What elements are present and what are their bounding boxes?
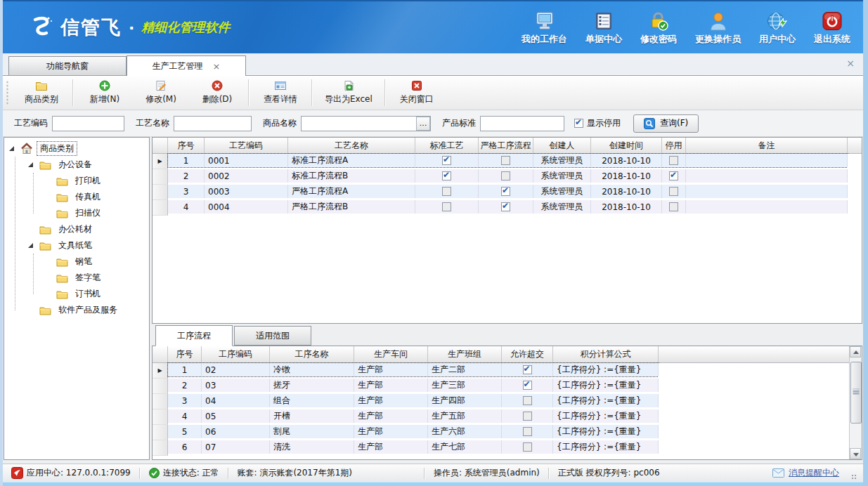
- product-name-input[interactable]: [301, 116, 431, 131]
- brand: 信管飞 · 精细化管理软件: [28, 14, 230, 41]
- nav-my-workbench[interactable]: 我的工作台: [522, 10, 567, 46]
- process-code-input[interactable]: [52, 116, 124, 131]
- header-remark[interactable]: 备注: [686, 138, 848, 153]
- delete-button[interactable]: 删除(D): [189, 77, 245, 108]
- header-workshop[interactable]: 生产车间: [354, 346, 428, 362]
- process-name-input[interactable]: [174, 116, 252, 131]
- process-table-body: 1 0001 标准工序流程A 系统管理员 2018-10-10: [153, 154, 862, 216]
- nav-change-password[interactable]: 修改密码: [640, 10, 677, 46]
- tree-item-sign-pen[interactable]: 签字笔: [4, 270, 149, 286]
- strict-checkbox[interactable]: [501, 202, 510, 211]
- over-delivery-checkbox[interactable]: [523, 442, 532, 452]
- resize-grip[interactable]: [851, 474, 857, 480]
- category-button[interactable]: 商品类别: [13, 77, 70, 108]
- header-score-formula[interactable]: 积分计算公式: [553, 346, 659, 362]
- disabled-checkbox[interactable]: [669, 156, 678, 165]
- over-delivery-checkbox[interactable]: [523, 412, 532, 421]
- scrollbar-thumb[interactable]: [850, 362, 862, 423]
- table-row[interactable]: 3 04 组合 生产部 生产四部 {工序得分} :={重量}: [153, 394, 862, 409]
- table-row[interactable]: 2 03 搓牙 生产部 生产三部 {工序得分} :={重量}: [153, 379, 862, 394]
- message-center-link[interactable]: 消息提醒中心: [772, 467, 839, 479]
- disabled-checkbox[interactable]: [669, 171, 678, 180]
- over-delivery-checkbox[interactable]: [523, 365, 532, 374]
- table-row[interactable]: 4 0004 严格工序流程B 系统管理员 2018-10-10: [153, 200, 862, 216]
- disabled-checkbox[interactable]: [669, 187, 678, 196]
- toolbar-grip[interactable]: [6, 81, 9, 105]
- over-delivery-checkbox[interactable]: [523, 427, 532, 436]
- current-row-marker-icon[interactable]: [153, 154, 168, 169]
- product-standard-input[interactable]: [480, 116, 564, 131]
- header-over-delivery[interactable]: 允许超交: [502, 346, 553, 362]
- folder-icon: [56, 257, 68, 267]
- view-details-button[interactable]: 查看详情: [252, 77, 309, 108]
- table-row[interactable]: 1 02 冷镦 生产部 生产二部 {工序得分} :={重量}: [153, 363, 862, 379]
- scroll-down-icon[interactable]: [850, 448, 861, 459]
- header-disabled[interactable]: 停用: [662, 138, 686, 153]
- header-step-code[interactable]: 工序编码: [202, 346, 270, 362]
- tree-item-office-equipment[interactable]: 办公设备: [4, 157, 149, 173]
- add-button[interactable]: 新增(N): [77, 77, 133, 108]
- tree-item-stapler[interactable]: 订书机: [4, 286, 149, 302]
- scroll-up-icon[interactable]: [850, 346, 861, 357]
- header-step-name[interactable]: 工序名称: [270, 346, 354, 362]
- product-browse-button[interactable]: …: [416, 117, 430, 131]
- header-seq[interactable]: 序号: [168, 346, 202, 362]
- standard-checkbox[interactable]: [442, 171, 451, 180]
- strict-checkbox[interactable]: [501, 187, 510, 196]
- header-strict-flow[interactable]: 严格工序流程: [479, 138, 533, 153]
- standard-checkbox[interactable]: [442, 156, 451, 165]
- folder-icon: [56, 176, 68, 186]
- tree-item-printer[interactable]: 打印机: [4, 173, 149, 189]
- show-disabled-checkbox[interactable]: 显示停用: [574, 117, 621, 129]
- header-creator[interactable]: 创建人: [533, 138, 591, 153]
- tree-item-root[interactable]: 商品类别: [4, 140, 149, 157]
- pane-close-icon[interactable]: ×: [846, 58, 855, 69]
- tree-item-fax[interactable]: 传真机: [4, 189, 149, 205]
- tree-item-pen[interactable]: 钢笔: [4, 254, 149, 270]
- vertical-scrollbar[interactable]: [849, 346, 862, 459]
- header-process-name[interactable]: 工艺名称: [288, 138, 415, 153]
- table-row[interactable]: 5 06 割尾 生产部 生产六部 {工序得分} :={重量}: [153, 425, 862, 440]
- table-row[interactable]: 1 0001 标准工序流程A 系统管理员 2018-10-10: [153, 154, 862, 169]
- table-row[interactable]: 3 0003 严格工序流程A 系统管理员 2018-10-10: [153, 185, 862, 200]
- nav-user-center[interactable]: 用户中心: [759, 10, 796, 46]
- tree-item-office-supplies[interactable]: 办公耗材: [4, 221, 149, 237]
- nav-document-center[interactable]: 单据中心: [585, 10, 622, 46]
- tree-item-software-services[interactable]: 软件产品及服务: [4, 302, 149, 318]
- header-process-code[interactable]: 工艺编码: [205, 138, 288, 153]
- tab-function-nav[interactable]: 功能导航窗: [8, 56, 127, 75]
- tab-applicable-scope[interactable]: 适用范围: [234, 326, 311, 346]
- strict-checkbox[interactable]: [501, 156, 510, 165]
- header-created-time[interactable]: 创建时间: [591, 138, 662, 153]
- header-standard[interactable]: 标准工艺: [415, 138, 479, 153]
- export-excel-button[interactable]: 导出为Excel: [316, 77, 382, 108]
- tree-expander-icon[interactable]: [9, 146, 14, 151]
- tree-expander-icon[interactable]: [28, 162, 33, 167]
- tree-item-stationery[interactable]: 文具纸笔: [4, 237, 149, 254]
- header-filler: [659, 346, 862, 362]
- tab-close-icon[interactable]: ×: [213, 61, 221, 72]
- tree-item-scanner[interactable]: 扫描仪: [4, 205, 149, 221]
- nav-switch-operator[interactable]: 更换操作员: [695, 10, 741, 46]
- workbench-monitor-icon: [535, 10, 555, 31]
- disabled-checkbox[interactable]: [669, 202, 678, 211]
- current-row-marker-icon[interactable]: [153, 363, 168, 379]
- over-delivery-checkbox[interactable]: [523, 381, 532, 390]
- strict-checkbox[interactable]: [501, 171, 510, 180]
- table-row[interactable]: 2 0002 标准工序流程B 系统管理员 2018-10-10: [153, 169, 862, 185]
- standard-checkbox[interactable]: [442, 202, 451, 211]
- checkbox-icon[interactable]: [574, 119, 583, 128]
- close-window-button[interactable]: 关闭窗口: [389, 77, 445, 108]
- header-team[interactable]: 生产班组: [428, 346, 502, 362]
- standard-checkbox[interactable]: [442, 187, 451, 196]
- tree-expander-icon[interactable]: [28, 243, 33, 248]
- edit-button[interactable]: 修改(M): [133, 77, 189, 108]
- tab-production-process-mgmt[interactable]: 生产工艺管理 ×: [127, 55, 246, 76]
- nav-exit-system[interactable]: 退出系统: [814, 10, 850, 46]
- table-row[interactable]: 6 07 清洗 生产部 生产七部 {工序得分} :={重量}: [153, 440, 862, 456]
- tab-process-steps[interactable]: 工序流程: [155, 325, 233, 346]
- table-row[interactable]: 4 05 开槽 生产部 生产五部 {工序得分} :={重量}: [153, 409, 862, 425]
- over-delivery-checkbox[interactable]: [523, 396, 532, 405]
- header-seq[interactable]: 序号: [168, 138, 205, 153]
- query-button[interactable]: 查询(F): [633, 114, 699, 133]
